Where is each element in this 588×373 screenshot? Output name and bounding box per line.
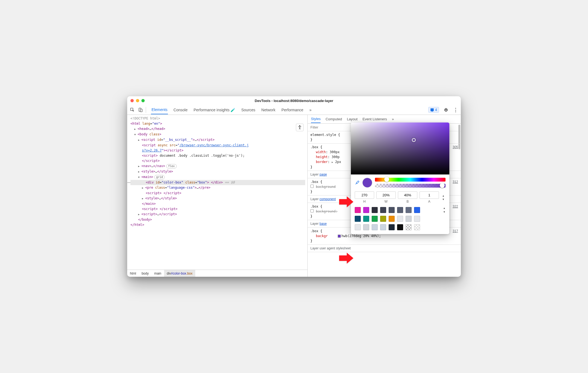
alpha-slider[interactable] [375,184,446,188]
palette-swatch[interactable] [389,224,395,230]
svg-rect-2 [140,109,142,112]
close-window-button[interactable] [130,99,134,102]
color-picker-cursor[interactable] [412,138,416,142]
palette-swatch[interactable] [397,216,403,222]
palette-swatch[interactable] [397,224,403,230]
rule-source-link[interactable]: 305 [453,145,458,150]
disclosure-triangle-icon[interactable]: ▶ [138,164,141,169]
color-swatch[interactable] [338,235,341,238]
rule-source-link[interactable]: 312 [453,179,458,184]
device-toolbar-icon[interactable] [138,107,144,113]
settings-icon[interactable] [443,107,449,113]
tab-performance[interactable]: Performance [281,106,304,114]
palette-swatch[interactable] [406,207,412,213]
layout-badge-flex[interactable]: flex [166,164,177,168]
palette-swatch[interactable] [406,224,412,230]
blackness-input[interactable] [398,191,417,199]
disclosure-triangle-icon[interactable]: ▼ [138,175,141,180]
palette-swatch[interactable] [372,224,378,230]
palette-swatch[interactable] [363,207,369,213]
kebab-menu-icon[interactable]: ⋮ [453,107,459,113]
palette-swatch[interactable] [414,207,420,213]
maximize-window-button[interactable] [141,99,145,102]
tab-console[interactable]: Console [173,106,188,114]
palette-swatch[interactable] [355,207,361,213]
property-checkbox[interactable] [310,209,314,212]
color-picker-gradient[interactable] [351,123,449,174]
palette-swatch[interactable] [380,224,386,230]
window-controls [130,99,145,102]
styles-tab-styles[interactable]: Styles [311,115,321,123]
palette-swatch[interactable] [363,216,369,222]
dom-selected-node[interactable]: <div id="color-box" class="box"> </div> … [130,180,305,185]
disclosure-triangle-icon[interactable]: ▶ [138,169,141,174]
palette-swatch[interactable] [397,207,403,213]
tab-network[interactable]: Network [261,106,276,114]
minimize-window-button[interactable] [136,99,139,102]
styles-tab-eventlisteners[interactable]: Event Listeners [362,115,387,123]
toolbar-separator [146,107,146,113]
hue-input[interactable] [355,191,374,199]
breadcrumb-item[interactable]: body [139,270,152,277]
svg-point-3 [299,126,300,126]
palette-swatch[interactable] [372,207,378,213]
palette-swatch[interactable] [363,224,369,230]
hue-thumb[interactable] [384,177,389,182]
layer-link[interactable]: component [319,197,336,201]
palette-swatch[interactable] [380,207,386,213]
disclosure-triangle-icon[interactable]: ▶ [138,212,141,217]
more-tabs-icon[interactable]: » [392,115,394,123]
color-palette: ▲▼ [351,204,449,234]
layout-badge-grid[interactable]: grid [154,175,165,179]
dom-link-src[interactable]: /browser-sync/browser-sync-client.j [179,143,249,147]
tab-performance-insights[interactable]: Performance insights 🧪 [193,106,236,114]
disclosure-triangle-icon[interactable]: ▶ [134,127,137,132]
dom-tree[interactable]: <!DOCTYPE html> <html lang="en"> ▶<head>… [127,115,307,270]
color-format-switcher[interactable]: ▲▼ [441,194,446,201]
more-tabs-icon[interactable]: » [309,106,312,114]
palette-swatch[interactable] [389,216,395,222]
styles-tab-computed[interactable]: Computed [325,115,342,123]
alpha-label: A [428,200,430,203]
palette-swatch[interactable] [389,207,395,213]
alpha-input[interactable] [420,191,439,199]
disclosure-triangle-icon[interactable]: ▶ [138,138,141,143]
alpha-thumb[interactable] [440,183,445,188]
eyedropper-icon[interactable] [355,180,360,185]
palette-switcher[interactable]: ▲▼ [443,207,446,213]
issues-button[interactable]: 4 [428,107,439,113]
rule-source-link[interactable]: 317 [453,229,458,234]
palette-swatch[interactable] [355,224,361,230]
property-checkbox[interactable] [310,185,314,188]
hue-slider[interactable] [375,178,446,182]
disclosure-triangle-icon[interactable]: ▶ [142,185,145,191]
palette-swatch[interactable] [355,216,361,222]
inspect-element-icon[interactable] [129,107,135,113]
issues-count: 4 [435,108,437,112]
palette-swatch[interactable] [414,216,420,222]
tab-label: Performance insights [194,108,230,112]
main-tabs: Elements Console Performance insights 🧪 … [151,106,426,114]
experiment-icon: 🧪 [231,108,235,112]
breadcrumb: html body main div#color-box.box [127,270,307,277]
layer-link[interactable]: base [319,222,327,226]
tab-sources[interactable]: Sources [241,106,256,114]
accessibility-tree-icon[interactable] [296,124,304,131]
breadcrumb-item[interactable]: html [127,270,139,277]
disclosure-triangle-icon[interactable]: ▼ [134,132,137,137]
rule-source-link[interactable]: 322 [453,204,458,209]
dom-link-src[interactable]: s?v=2.26.7 [142,148,162,152]
whiteness-input[interactable] [376,191,396,199]
breadcrumb-item-active[interactable]: div#color-box.box [164,270,195,277]
palette-swatch[interactable] [414,224,420,230]
expand-shorthand-icon[interactable]: ▶ [332,161,333,164]
palette-swatch[interactable] [380,216,386,222]
disclosure-triangle-icon[interactable]: ▶ [142,196,145,201]
palette-swatch[interactable] [372,216,378,222]
hwb-value[interactable]: hwb(270deg 20% 40%); [342,234,381,238]
palette-swatch[interactable] [406,216,412,222]
layer-link[interactable]: page [319,173,327,176]
styles-tab-layout[interactable]: Layout [347,115,357,123]
tab-elements[interactable]: Elements [151,106,168,114]
breadcrumb-item[interactable]: main [152,270,164,277]
